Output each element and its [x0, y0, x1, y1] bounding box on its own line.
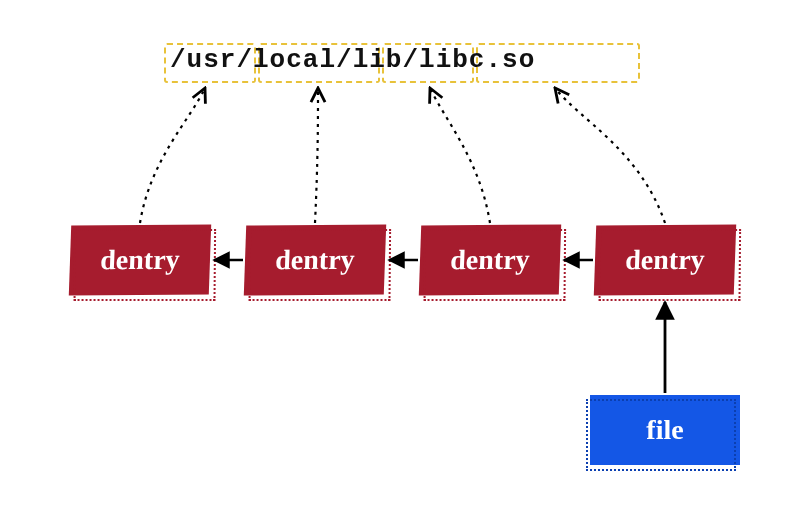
dentry-label: dentry	[450, 244, 530, 277]
diagram-canvas: /usr/local/lib/libc.so dentry dentry den…	[0, 0, 804, 507]
dentry-node: dentry	[69, 224, 211, 295]
dentry-label: dentry	[275, 244, 355, 277]
file-label: file	[646, 414, 683, 446]
dentry-label: dentry	[100, 244, 180, 277]
dentry-label: dentry	[625, 244, 705, 277]
path-full-text: /usr/local/lib/libc.so	[170, 45, 535, 75]
dentry-to-seg-arrow	[140, 88, 205, 223]
file-node: file	[590, 395, 740, 465]
dentry-to-seg-arrow	[430, 88, 490, 223]
dentry-node: dentry	[419, 224, 561, 295]
dentry-node: dentry	[594, 224, 736, 295]
dentry-to-seg-arrow	[555, 88, 665, 223]
dentry-to-seg-arrow	[315, 88, 318, 223]
dentry-node: dentry	[244, 224, 386, 295]
